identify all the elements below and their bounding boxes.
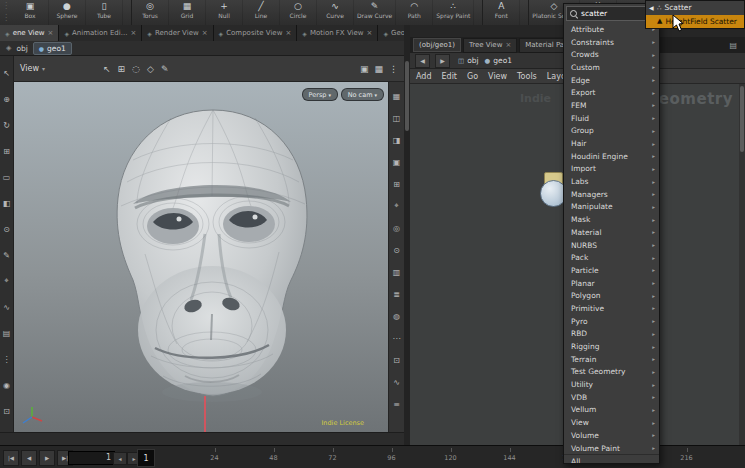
menu-category-item[interactable]: RBD ▸ [564, 328, 659, 341]
viewport-display-icon[interactable]: ◎ [393, 217, 400, 239]
menu-search-box[interactable]: scatter [566, 6, 657, 21]
pane-tab[interactable]: ◈ Composite View × [214, 25, 298, 41]
shelf-tool-button[interactable]: ∿ Curve [317, 0, 354, 25]
left-toolbar-icon[interactable]: ↻ [3, 112, 10, 138]
menu-category-item[interactable]: Group ▸ [564, 125, 659, 138]
menu-category-item[interactable]: FEM ▸ [564, 99, 659, 112]
left-toolbar-icon[interactable]: ⌖ [4, 268, 9, 294]
playhead-frame-indicator[interactable]: 1 [137, 449, 155, 467]
menu-category-item[interactable]: Planar ▸ [564, 277, 659, 290]
pane-tab[interactable]: ◈ Motion FX View × [297, 25, 378, 41]
menu-category-item[interactable]: Export ▸ [564, 86, 659, 99]
tab-close-icon[interactable]: × [130, 29, 136, 37]
viewport-display-icon[interactable]: ⊞ [393, 173, 400, 195]
viewport-tool-icon[interactable]: ✎ [161, 64, 169, 74]
menu-category-item[interactable]: Manipulate ▸ [564, 201, 659, 214]
shelf-tool-button[interactable]: ∴ Spray Paint [433, 0, 474, 25]
viewport-display-icon[interactable]: ◨ [393, 129, 401, 151]
transport-button[interactable]: ▶ [39, 450, 55, 466]
left-toolbar-icon[interactable]: ⊙ [3, 216, 10, 242]
viewport-display-icon[interactable]: ⊡ [393, 349, 400, 371]
viewport-display-icon[interactable]: ◍ [393, 305, 400, 327]
viewport-display-icon[interactable]: ∿ [393, 371, 400, 393]
menu-category-item[interactable]: Constraints ▸ [564, 36, 659, 49]
network-scrollbar[interactable] [739, 84, 745, 445]
network-pane-tab[interactable]: Tree View × [463, 38, 517, 53]
menu-category-item[interactable]: Import ▸ [564, 163, 659, 176]
shelf-tool-button[interactable]: ╱ Line [243, 0, 280, 25]
back-button[interactable]: ◀ [415, 54, 430, 68]
left-toolbar-icon[interactable]: ⊞ [3, 138, 10, 164]
menu-category-item[interactable]: Volume ▸ [564, 429, 659, 442]
viewport-tool-icon[interactable]: ⊞ [118, 64, 126, 74]
menu-bar-item[interactable]: View [488, 72, 507, 81]
menu-category-item[interactable]: Crowds ▸ [564, 48, 659, 61]
menu-category-item[interactable]: Volume Paint ▸ [564, 442, 659, 455]
current-frame-field[interactable]: 1 [68, 451, 115, 465]
viewport-tool-icon[interactable]: ↖ [103, 64, 111, 74]
scene-viewport[interactable]: Persp ▾ No cam ▾ Indie License [14, 82, 388, 432]
monkey-head-model[interactable] [92, 104, 334, 404]
menu-category-item[interactable]: Particle ▸ [564, 264, 659, 277]
shelf-tool-button[interactable]: ◠ Path [396, 0, 433, 25]
shelf-tool-button[interactable]: ▯ Tube [86, 0, 123, 25]
menu-category-item[interactable]: Rigging ▸ [564, 340, 659, 353]
shelf-tool-button[interactable]: ▣ Box [12, 0, 49, 25]
submenu-entry[interactable]: ▲ HeightField Scatter [646, 15, 744, 29]
viewport-display-icon[interactable]: ⊙ [393, 239, 400, 261]
perspective-view-button[interactable]: Persp ▾ [302, 88, 338, 101]
shelf-tool-button[interactable]: A Font [482, 0, 520, 25]
forward-button[interactable]: ▶ [435, 54, 450, 68]
menu-category-item[interactable]: Hair ▸ [564, 137, 659, 150]
menu-category-item[interactable]: View ▸ [564, 416, 659, 429]
path-chip-geo1[interactable]: ● geo1 [33, 42, 72, 55]
transport-button[interactable]: |◀ [3, 450, 19, 466]
menu-category-item[interactable]: VDB ▸ [564, 391, 659, 404]
viewport-tool-icon[interactable]: ◇ [147, 64, 154, 74]
viewport-display-icon[interactable]: ≡ [393, 393, 400, 415]
menu-item-all[interactable]: All [564, 454, 659, 464]
left-toolbar-icon[interactable]: ∿ [3, 294, 10, 320]
pane-tab[interactable]: ◈ ene View × [0, 25, 59, 41]
shelf-grip[interactable]: ⋮⋮ [0, 0, 12, 25]
left-toolbar-icon[interactable]: ✎ [3, 242, 10, 268]
splitter-handle[interactable] [405, 61, 409, 131]
tab-close-icon[interactable]: × [285, 29, 291, 37]
menu-category-item[interactable]: Material ▸ [564, 226, 659, 239]
shelf-tool-button[interactable]: ◎ Torus [131, 0, 169, 25]
step-back-button[interactable]: ◂ [113, 452, 127, 465]
menu-category-item[interactable]: Custom ▸ [564, 61, 659, 74]
breadcrumb-item[interactable]: ◫ obj [455, 56, 482, 65]
menu-category-item[interactable]: Edge ▸ [564, 74, 659, 87]
left-toolbar-icon[interactable]: ⊕ [3, 86, 10, 112]
menu-category-item[interactable]: Mask ▸ [564, 213, 659, 226]
path-crumb-obj[interactable]: obj [16, 44, 27, 53]
viewport-display-icon[interactable]: ▦ [393, 85, 401, 107]
left-toolbar-icon[interactable]: ◧ [3, 190, 11, 216]
menu-category-item[interactable]: Houdini Engine ▸ [564, 150, 659, 163]
viewport-display-icon[interactable]: ▥ [393, 261, 401, 283]
menu-category-item[interactable]: Pack ▸ [564, 251, 659, 264]
menu-category-item[interactable]: Fluid ▸ [564, 112, 659, 125]
menu-category-item[interactable]: NURBS ▸ [564, 239, 659, 252]
menu-bar-item[interactable]: Tools [517, 72, 537, 81]
viewport-tool-icon[interactable]: ◌ [132, 64, 140, 74]
menu-category-item[interactable]: Managers ▸ [564, 188, 659, 201]
menu-category-item[interactable]: Utility ▸ [564, 378, 659, 391]
left-toolbar-icon[interactable]: ⊡ [3, 398, 10, 424]
network-path-dropdown[interactable]: (obj/geo1) [413, 38, 461, 52]
shelf-tool-button[interactable]: ✎ Draw Curve [354, 0, 396, 25]
menu-category-item[interactable]: Polygon ▸ [564, 289, 659, 302]
shelf-tool-button[interactable]: ▦ Grid [169, 0, 206, 25]
shelf-tool-button[interactable]: ● Sphere [49, 0, 86, 25]
viewport-display-icon[interactable]: ◫ [393, 107, 401, 129]
menu-bar-item[interactable]: Edit [442, 72, 458, 81]
tab-close-icon[interactable]: × [367, 29, 373, 37]
left-toolbar-icon[interactable]: ↖ [3, 60, 10, 86]
viewport-display-icon[interactable]: ≣ [393, 283, 400, 305]
menu-bar-item[interactable]: Add [416, 72, 432, 81]
pane-title-view[interactable]: View ▾ [20, 64, 45, 73]
pane-menu-icon[interactable]: ▤ [729, 41, 745, 50]
viewport-option-icon[interactable]: ⋮ [389, 64, 398, 74]
pane-tab[interactable]: ◈ Render View × [142, 25, 213, 41]
